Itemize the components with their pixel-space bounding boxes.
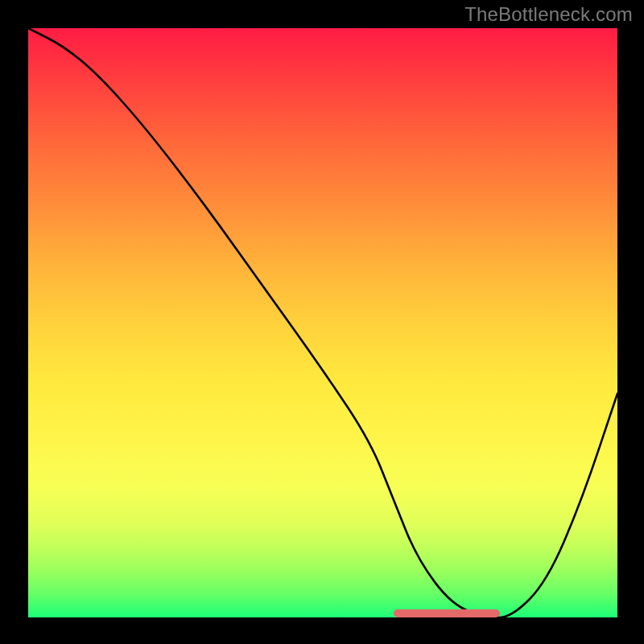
watermark-text: TheBottleneck.com (464, 3, 633, 26)
chart-stage: TheBottleneck.com (0, 0, 644, 644)
gradient-area (28, 28, 617, 617)
optimal-zone-marker (394, 609, 500, 617)
